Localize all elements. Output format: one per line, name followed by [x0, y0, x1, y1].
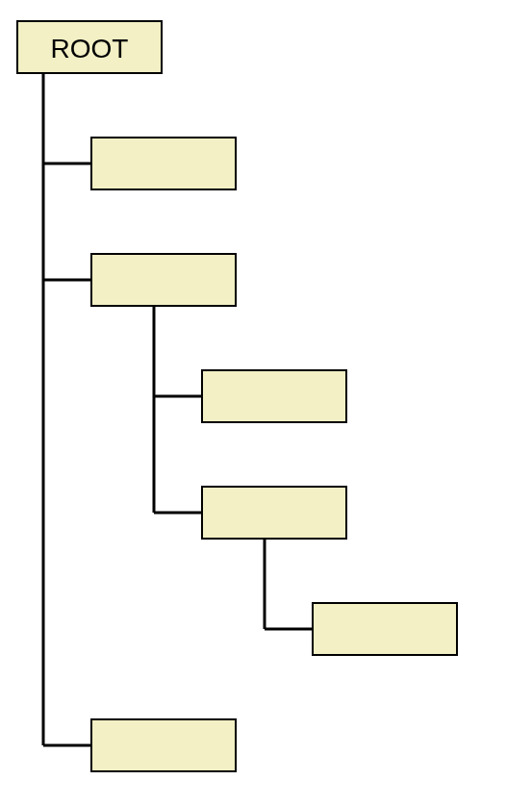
- tree-node-root: ROOT: [17, 21, 162, 73]
- tree-node-n1: [91, 138, 236, 189]
- tree-node-n2: [91, 254, 236, 306]
- tree-node-root-label: ROOT: [51, 34, 129, 63]
- tree-node-n4: [202, 487, 346, 539]
- svg-rect-3: [202, 370, 346, 422]
- svg-rect-5: [313, 603, 457, 655]
- svg-rect-1: [91, 138, 236, 189]
- svg-rect-2: [91, 254, 236, 306]
- tree-node-n5: [313, 603, 457, 655]
- svg-rect-6: [91, 719, 236, 771]
- tree-node-n6: [91, 719, 236, 771]
- svg-rect-4: [202, 487, 346, 539]
- tree-node-n3: [202, 370, 346, 422]
- tree-diagram: ROOT: [0, 0, 532, 805]
